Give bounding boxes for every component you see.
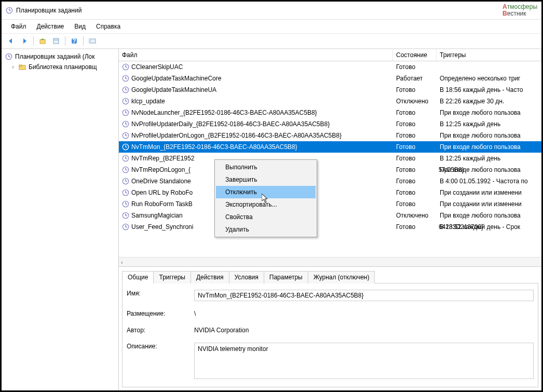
tree-panel: Планировщик заданий (Лок › Библиотека пл… bbox=[2, 49, 119, 390]
task-status: Готово bbox=[393, 189, 437, 196]
menu-bar: Файл Действие Вид Справка bbox=[2, 20, 541, 33]
task-row[interactable]: CCleanerSkipUACГотово bbox=[119, 61, 541, 73]
task-row[interactable]: NvTmMon_{B2FE1952-0186-46C3-BAEC-A80AA35… bbox=[119, 141, 541, 153]
tab-1[interactable]: Триггеры bbox=[153, 271, 191, 283]
task-row[interactable]: NvTmRep_{B2FE1952ГотовоВ 12:25 каждый де… bbox=[119, 153, 541, 164]
col-file[interactable]: Файл bbox=[119, 49, 393, 61]
task-status: Готово bbox=[393, 200, 437, 208]
task-status: Отключено bbox=[393, 212, 437, 219]
svg-line-20 bbox=[126, 78, 127, 79]
window-title: Планировщик заданий bbox=[16, 7, 82, 14]
properties-button[interactable] bbox=[50, 35, 62, 47]
svg-line-44 bbox=[126, 170, 127, 170]
tree-root[interactable]: Планировщик заданий (Лок bbox=[3, 51, 117, 62]
task-row[interactable]: OneDrive StandaloneГотовоВ 4:00 01.05.19… bbox=[119, 175, 541, 187]
task-trigger: При входе любого пользова bbox=[437, 143, 541, 151]
task-row[interactable]: NvProfileUpdaterOnLogon_{B2FE1952-0186-4… bbox=[119, 130, 541, 141]
clock-icon bbox=[122, 109, 129, 116]
task-name: Run RoboForm TaskB bbox=[131, 200, 193, 208]
horizontal-scrollbar[interactable]: ‹ bbox=[119, 257, 541, 266]
clock-icon bbox=[122, 166, 129, 173]
menu-file[interactable]: Файл bbox=[6, 22, 32, 31]
task-name: klcp_update bbox=[131, 98, 165, 105]
label-name: Имя: bbox=[127, 290, 194, 297]
menu-action[interactable]: Действие bbox=[32, 22, 70, 31]
task-row[interactable]: SamsungMagicianОтключеноПри входе любого… bbox=[119, 210, 541, 221]
svg-rect-9 bbox=[89, 39, 91, 43]
label-description: Описание: bbox=[127, 343, 194, 350]
tree-child[interactable]: › Библиотека планировщ bbox=[3, 62, 117, 72]
label-location: Размещение: bbox=[127, 310, 194, 317]
task-row[interactable]: GoogleUpdateTaskMachineUAГотовоВ 18:56 к… bbox=[119, 84, 541, 96]
column-headers: Файл Состояние Триггеры bbox=[119, 49, 541, 61]
task-trigger: При создании или изменени bbox=[437, 200, 541, 208]
task-row[interactable]: User_Feed_Synchroni64183D213706}ГотовоВ … bbox=[119, 221, 541, 233]
svg-rect-4 bbox=[53, 38, 59, 44]
col-trigger[interactable]: Триггеры bbox=[437, 49, 541, 61]
clock-icon bbox=[122, 189, 129, 196]
menu-help[interactable]: Справка bbox=[91, 22, 126, 31]
task-row[interactable]: NvTmRepOnLogon_{5AC5B8}ГотовоПри входе л… bbox=[119, 164, 541, 175]
tree-child-label: Библиотека планировщ bbox=[29, 63, 97, 71]
svg-line-35 bbox=[126, 136, 127, 136]
svg-line-17 bbox=[126, 67, 127, 67]
task-trigger: Определено несколько триг bbox=[437, 75, 541, 82]
task-row[interactable]: NvNodeLauncher_{B2FE1952-0186-46C3-BAEC-… bbox=[119, 107, 541, 118]
svg-line-2 bbox=[9, 10, 11, 11]
task-trigger: В 4:00 01.05.1992 - Частота по bbox=[437, 178, 541, 185]
col-status[interactable]: Состояние bbox=[393, 49, 437, 61]
clock-icon bbox=[122, 98, 129, 105]
task-name: NvNodeLauncher_{B2FE1952-0186-46C3-BAEC-… bbox=[131, 109, 317, 116]
task-status: Готово bbox=[393, 109, 437, 116]
toolbar-separator bbox=[83, 36, 84, 46]
task-status: Готово bbox=[393, 86, 437, 93]
svg-line-59 bbox=[126, 227, 127, 227]
svg-line-50 bbox=[126, 193, 127, 193]
svg-line-23 bbox=[126, 90, 127, 90]
help-button[interactable]: ? bbox=[68, 35, 80, 47]
task-trigger: При создании или изменени bbox=[437, 189, 541, 196]
expander-icon[interactable]: › bbox=[10, 63, 16, 71]
tab-3[interactable]: Условия bbox=[229, 271, 264, 283]
tab-4[interactable]: Параметры bbox=[264, 271, 308, 283]
clock-icon bbox=[122, 63, 129, 71]
svg-line-29 bbox=[126, 113, 127, 113]
task-name: Open URL by RoboFo bbox=[131, 189, 193, 196]
task-status: Готово bbox=[393, 143, 437, 151]
up-button[interactable] bbox=[36, 35, 49, 47]
task-name: NvTmRepOnLogon_{ bbox=[131, 166, 191, 173]
field-author: NVIDIA Corporation bbox=[194, 327, 534, 334]
field-description[interactable]: NVIDIA telemetry monitor bbox=[194, 343, 534, 379]
forward-button[interactable] bbox=[18, 35, 31, 47]
clock-icon bbox=[122, 223, 129, 231]
app-icon bbox=[6, 7, 13, 14]
tab-5[interactable]: Журнал (отключен) bbox=[308, 271, 375, 283]
clock-icon bbox=[122, 155, 129, 162]
context-menu-item[interactable]: Выполнить bbox=[216, 161, 316, 173]
task-row[interactable]: GoogleUpdateTaskMachineCoreРаботаетОпред… bbox=[119, 73, 541, 84]
task-name: NvTmMon_{B2FE1952-0186-46C3-BAEC-A80AA35… bbox=[131, 143, 297, 151]
field-name[interactable]: NvTmMon_{B2FE1952-0186-46C3-BAEC-A80AA35… bbox=[194, 290, 534, 301]
panel-button[interactable] bbox=[86, 35, 99, 47]
task-row[interactable]: Open URL by RoboFoГотовоПри создании или… bbox=[119, 187, 541, 198]
task-status: Готово bbox=[393, 178, 437, 185]
toolbar-separator bbox=[65, 36, 65, 46]
task-row[interactable]: Run RoboForm TaskBГотовоПри создании или… bbox=[119, 198, 541, 210]
svg-rect-3 bbox=[40, 39, 45, 44]
task-row[interactable]: klcp_updateОтключеноВ 22:26 каждые 30 дн… bbox=[119, 96, 541, 107]
svg-line-12 bbox=[9, 57, 10, 57]
task-name: User_Feed_Synchroni bbox=[131, 223, 193, 231]
title-bar: Планировщик заданий Атмосферы Вестник bbox=[2, 2, 541, 20]
svg-text:?: ? bbox=[72, 37, 76, 45]
context-menu-item[interactable]: Завершить bbox=[216, 173, 316, 186]
task-trigger: В 12:25 каждый день bbox=[437, 120, 541, 128]
task-status: Готово bbox=[393, 155, 437, 162]
back-button[interactable] bbox=[5, 35, 17, 47]
context-menu-item[interactable]: Свойства bbox=[216, 211, 316, 223]
tab-2[interactable]: Действия bbox=[191, 271, 229, 283]
tab-0[interactable]: Общие bbox=[122, 271, 154, 283]
task-row[interactable]: NvProfileUpdaterDaily_{B2FE1952-0186-46C… bbox=[119, 118, 541, 130]
menu-view[interactable]: Вид bbox=[69, 22, 91, 31]
task-status: Отключено bbox=[393, 98, 437, 105]
context-menu-item[interactable]: Удалить bbox=[216, 223, 316, 236]
